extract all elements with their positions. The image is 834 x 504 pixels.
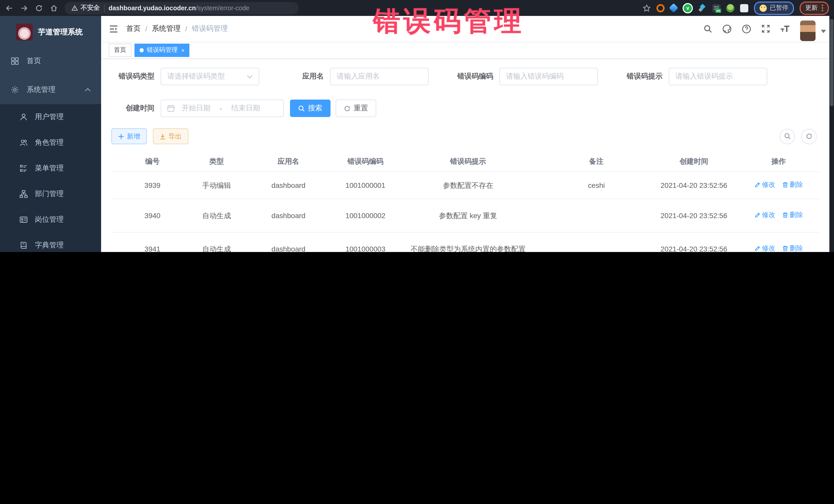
- error-type-select[interactable]: 请选择错误码类型: [161, 68, 259, 85]
- calendar-icon: [167, 105, 175, 112]
- scrollbar-thumb[interactable]: [830, 19, 833, 106]
- search-icon: [298, 105, 305, 112]
- export-button[interactable]: 导出: [153, 128, 188, 144]
- edit-link[interactable]: 修改: [754, 210, 775, 220]
- header-search-icon[interactable]: [704, 24, 712, 33]
- reset-button[interactable]: 重置: [336, 100, 376, 117]
- sidebar-item-label: 部门管理: [35, 190, 64, 199]
- sidebar-logo[interactable]: 芋道管理系统: [0, 16, 101, 47]
- cell-id: 3940: [111, 207, 194, 224]
- delete-link[interactable]: 删除: [782, 180, 803, 190]
- dept-tree-icon: [20, 190, 28, 198]
- filter-label: 应用名: [281, 72, 324, 81]
- tag-view-错误码管理[interactable]: 错误码管理×: [134, 43, 190, 57]
- sidebar-item-1-3[interactable]: 部门管理: [0, 181, 101, 207]
- menu-list-icon: [20, 164, 28, 172]
- tag-close-icon[interactable]: ×: [181, 47, 184, 53]
- sidebar-submenu: 用户管理角色管理菜单管理部门管理岗位管理字典管理通知公告审计日志在线用户短信管理…: [0, 104, 101, 252]
- extension-icon[interactable]: [726, 4, 734, 12]
- sidebar-item-label: 系统管理: [27, 85, 56, 94]
- cell-type: 手动编辑: [194, 177, 240, 194]
- plus-icon: [118, 133, 124, 139]
- app-title: 芋道管理系统: [38, 27, 83, 37]
- edit-link[interactable]: 修改: [754, 180, 775, 190]
- search-button[interactable]: 搜索: [290, 100, 331, 117]
- download-icon: [160, 133, 166, 139]
- browser-menu-icon[interactable]: [822, 5, 823, 11]
- cell-type: 自动生成: [194, 207, 240, 224]
- extension-icon[interactable]: on: [712, 4, 721, 12]
- refresh-table-button[interactable]: [801, 129, 816, 144]
- extension-icon[interactable]: [699, 4, 707, 12]
- sidebar-item-label: 菜单管理: [35, 164, 64, 173]
- tag-view-首页[interactable]: 首页: [109, 43, 131, 57]
- extensions-puzzle-icon[interactable]: [740, 4, 748, 12]
- screenshot-root: 错误码管理 不安全 dashboard.yudao.iocoder.cn/sys…: [0, 0, 834, 252]
- filter-app-name: 应用名 请输入应用名: [281, 68, 429, 85]
- sidebar-item-0[interactable]: 首页: [0, 47, 101, 75]
- profile-paused-badge[interactable]: 已暂停: [754, 1, 794, 15]
- bookmark-star-icon[interactable]: [642, 4, 651, 12]
- sidebar-item-1[interactable]: 系统管理: [0, 75, 101, 104]
- user-icon: [20, 113, 28, 121]
- address-divider: [104, 4, 105, 12]
- filter-label: 错误码编码: [450, 72, 493, 81]
- browser-back-icon[interactable]: [5, 4, 13, 12]
- browser-update-button[interactable]: 更新: [799, 1, 829, 15]
- user-avatar[interactable]: [800, 21, 815, 41]
- extension-icon[interactable]: v: [683, 3, 693, 13]
- edit-link[interactable]: 修改: [754, 243, 775, 252]
- breadcrumb: 首页/系统管理/错误码管理: [126, 24, 228, 34]
- filter-error-code: 错误码编码 请输入错误码编码: [450, 68, 598, 85]
- extension-icon[interactable]: [669, 3, 679, 13]
- fullscreen-icon[interactable]: [761, 24, 770, 34]
- sidebar: 芋道管理系统 首页系统管理用户管理角色管理菜单管理部门管理岗位管理字典管理通知公…: [0, 16, 101, 252]
- sidebar-item-1-0[interactable]: 用户管理: [0, 104, 101, 130]
- error-code-input[interactable]: 请输入错误码编码: [499, 68, 598, 85]
- action-label: 修改: [762, 180, 775, 190]
- roles-icon: [20, 138, 28, 147]
- gear-icon: [11, 86, 19, 94]
- action-label: 修改: [762, 243, 775, 252]
- column-header: 应用名: [240, 154, 337, 169]
- delete-link[interactable]: 删除: [782, 243, 803, 252]
- hamburger-icon[interactable]: [109, 24, 118, 34]
- browser-forward-icon[interactable]: [20, 4, 28, 12]
- navbar-actions: [704, 17, 826, 41]
- browser-home-icon[interactable]: [50, 4, 58, 12]
- browser-reload-icon[interactable]: [35, 4, 43, 12]
- toggle-search-button[interactable]: [780, 129, 795, 144]
- sidebar-item-1-4[interactable]: 岗位管理: [0, 207, 101, 233]
- cell-code: 1001000002: [337, 207, 394, 224]
- font-size-icon[interactable]: [780, 24, 790, 34]
- page-scrollbar[interactable]: [829, 16, 834, 252]
- date-range-picker[interactable]: 开始日期 - 结束日期: [161, 100, 284, 117]
- avatar-caret-down-icon[interactable]: [821, 29, 826, 34]
- breadcrumb-item[interactable]: 首页: [126, 24, 140, 34]
- help-question-icon[interactable]: [742, 24, 751, 34]
- sidebar-item-label: 首页: [27, 57, 41, 66]
- security-warning[interactable]: 不安全: [71, 4, 100, 12]
- cell-app: dashboard: [240, 240, 337, 252]
- tags-view-bar: 首页错误码管理×: [101, 42, 834, 59]
- cell-msg: 参数配置 key 重复: [394, 207, 543, 224]
- sidebar-item-1-5[interactable]: 字典管理: [0, 233, 101, 252]
- app-name-input[interactable]: 请输入应用名: [330, 68, 429, 85]
- filter-row-2: 创建时间 开始日期 - 结束日期 搜索 重置: [111, 100, 824, 117]
- sidebar-item-1-1[interactable]: 角色管理: [0, 130, 101, 155]
- sidebar-item-label: 字典管理: [35, 241, 64, 250]
- delete-link[interactable]: 删除: [782, 210, 803, 220]
- filter-error-msg: 错误码提示 请输入错误码提示: [619, 68, 767, 85]
- cell-code: 1001000001: [337, 177, 394, 194]
- github-icon[interactable]: [722, 24, 732, 34]
- main-panel: 首页/系统管理/错误码管理 首页错误码管理× 错误码类型: [101, 16, 834, 252]
- breadcrumb-item[interactable]: 系统管理: [152, 24, 181, 34]
- extension-icon[interactable]: [656, 4, 665, 12]
- sidebar-item-1-2[interactable]: 菜单管理: [0, 155, 101, 181]
- trash-icon: [782, 212, 788, 218]
- error-msg-input[interactable]: 请输入错误码提示: [669, 68, 767, 85]
- add-button[interactable]: 新增: [111, 128, 147, 144]
- sidebar-menu: 首页系统管理用户管理角色管理菜单管理部门管理岗位管理字典管理通知公告审计日志在线…: [0, 47, 101, 252]
- extension-on-badge: on: [716, 8, 721, 13]
- address-bar[interactable]: 不安全 dashboard.yudao.iocoder.cn/system/er…: [65, 2, 299, 14]
